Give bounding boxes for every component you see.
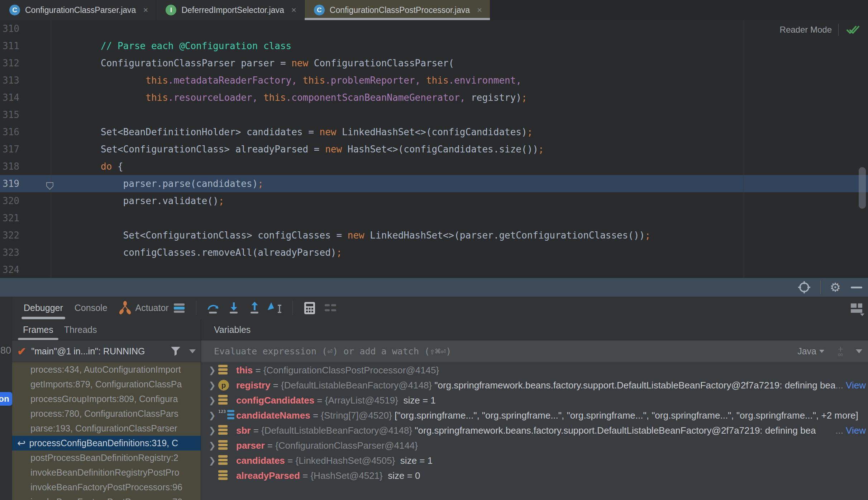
frames-subtab-frames[interactable]: Frames xyxy=(23,319,53,340)
step-out-icon[interactable] xyxy=(247,300,263,316)
code-line[interactable]: ConfigurationClassParser parser = new Co… xyxy=(0,55,868,72)
line-number[interactable]: 319 xyxy=(0,175,51,192)
variable-row-sbr[interactable]: ❯sbr = {DefaultListableBeanFactory@4148}… xyxy=(201,423,868,438)
debug-tab-label: Debugger xyxy=(24,303,63,313)
line-number[interactable]: 320 xyxy=(0,192,51,209)
frame-row[interactable]: postProcessBeanDefinitionRegistry:2 xyxy=(12,451,201,465)
debug-panel-titlebar[interactable]: ⚙ xyxy=(0,278,868,297)
add-watch-icon[interactable]: ＋∞ xyxy=(836,345,845,357)
debug-tab-actuator[interactable]: Actuator xyxy=(119,297,169,319)
code-line[interactable]: Set<BeanDefinitionHolder> candidates = n… xyxy=(0,123,868,141)
tab-close-icon[interactable]: × xyxy=(143,5,148,15)
code-line[interactable]: configClasses.removeAll(alreadyParsed); xyxy=(0,244,868,261)
variable-row-candidates[interactable]: ❯candidates = {LinkedHashSet@4505} size … xyxy=(201,453,868,468)
step-into-icon[interactable] xyxy=(226,300,242,316)
code-line[interactable] xyxy=(0,209,868,227)
frame-row[interactable]: invokeBeanFactoryPostProcessors:96 xyxy=(12,480,201,495)
fold-region-icon[interactable] xyxy=(45,181,54,190)
tab-close-icon[interactable]: × xyxy=(291,5,296,15)
code-line[interactable]: parser.validate(); xyxy=(0,192,868,209)
frame-row[interactable]: parse:193, ConfigurationClassParser xyxy=(12,421,201,436)
code-line[interactable] xyxy=(0,106,868,123)
line-number[interactable]: 323 xyxy=(0,244,51,261)
line-number[interactable]: 315 xyxy=(0,106,51,123)
variable-row-parser[interactable]: ❯parser = {ConfigurationClassParser@4144… xyxy=(201,438,868,453)
code-line[interactable] xyxy=(0,20,868,37)
code-line[interactable]: // Parse each @Configuration class xyxy=(0,37,868,55)
expand-chevron-icon[interactable]: ❯ xyxy=(206,456,218,466)
tab-close-icon[interactable]: × xyxy=(477,5,482,15)
view-options-icon[interactable] xyxy=(171,300,187,316)
code-line[interactable]: Set<ConfigurationClass> alreadyParsed = … xyxy=(0,141,868,158)
frame-row[interactable]: getImports:879, ConfigurationClassPa xyxy=(12,377,201,392)
editor-tab-0[interactable]: CConfigurationClassParser.java× xyxy=(0,0,156,20)
widget-separator xyxy=(838,24,839,36)
line-number[interactable]: 311 xyxy=(0,37,51,55)
restore-layout-icon[interactable] xyxy=(849,301,865,316)
line-number[interactable]: 313 xyxy=(0,72,51,89)
line-number[interactable]: 312 xyxy=(0,55,51,72)
code-token: parser.parse(candidates) xyxy=(101,178,258,189)
debug-tab-debugger[interactable]: Debugger xyxy=(24,297,63,319)
reader-mode-label[interactable]: Reader Mode xyxy=(780,25,832,35)
thread-dropdown-caret[interactable] xyxy=(189,349,196,353)
frame-row[interactable]: processGroupImports:809, Configura xyxy=(12,392,201,406)
variable-row-alreadyParsed[interactable]: alreadyParsed = {HashSet@4521} size = 0 xyxy=(201,468,868,483)
show-execution-point-icon[interactable] xyxy=(797,280,811,294)
run-to-cursor-icon[interactable] xyxy=(267,300,284,316)
frame-row[interactable]: process:434, AutoConfigurationImport xyxy=(12,362,201,377)
frame-row[interactable]: invokeBeanFactoryPostProcessors:70 xyxy=(12,495,201,500)
expand-chevron-icon[interactable]: ❯ xyxy=(206,410,218,420)
evaluate-expression-input[interactable]: Evaluate expression (⏎) or add a watch (… xyxy=(214,346,790,357)
code-line[interactable]: this.metadataReaderFactory, this.problem… xyxy=(0,72,868,89)
line-number[interactable]: 310 xyxy=(0,20,51,37)
evaluate-expression-icon[interactable] xyxy=(301,300,318,316)
variable-row-registry[interactable]: ❯pregistry = {DefaultListableBeanFactory… xyxy=(201,378,868,393)
variable-row-candidateNames[interactable]: ❯123candidateNames = {String[7]@4520} ["… xyxy=(201,408,868,423)
editor-scrollbar-thumb[interactable] xyxy=(859,167,866,209)
filter-frames-icon[interactable] xyxy=(170,346,181,357)
frame-row-selected[interactable]: ↩processConfigBeanDefinitions:319, C xyxy=(12,436,201,451)
layout-settings-icon[interactable] xyxy=(322,300,339,316)
inspections-ok-icon[interactable] xyxy=(845,24,859,36)
line-number[interactable]: 314 xyxy=(0,89,51,106)
line-number[interactable]: 322 xyxy=(0,227,51,244)
code-line[interactable]: Set<ConfigurationClass> configClasses = … xyxy=(0,227,868,244)
code-line[interactable]: this.resourceLoader, this.componentScanB… xyxy=(0,89,868,106)
expand-chevron-icon[interactable]: ❯ xyxy=(206,380,218,390)
frame-row[interactable]: process:780, ConfigurationClassPars xyxy=(12,406,201,421)
evaluate-expression-row[interactable]: Evaluate expression (⏎) or add a watch (… xyxy=(201,340,868,362)
expand-chevron-icon[interactable]: ❯ xyxy=(206,395,218,405)
expand-watches-caret[interactable] xyxy=(856,349,862,353)
variable-row-configCandidates[interactable]: ❯configCandidates = {ArrayList@4519} siz… xyxy=(201,393,868,408)
step-over-icon[interactable] xyxy=(205,300,221,316)
expand-chevron-icon[interactable]: ❯ xyxy=(206,425,218,435)
code-line[interactable]: do { xyxy=(0,158,868,175)
frames-subtab-threads[interactable]: Threads xyxy=(64,319,97,340)
variable-row-this[interactable]: ❯this = {ConfigurationClassPostProcessor… xyxy=(201,363,868,378)
tab-filename: ConfigurationClassParser.java xyxy=(25,5,136,15)
editor-tab-2[interactable]: CConfigurationClassPostProcessor.java× xyxy=(305,0,490,20)
current-execution-line[interactable]: parser.parse(candidates); xyxy=(0,175,868,192)
line-number[interactable]: 321 xyxy=(0,209,51,227)
line-number[interactable]: 318 xyxy=(0,158,51,175)
frame-row[interactable]: invokeBeanDefinitionRegistryPostPro xyxy=(12,465,201,480)
toolbar-separator xyxy=(196,301,196,315)
line-number[interactable]: 317 xyxy=(0,141,51,158)
settings-gear-icon[interactable]: ⚙ xyxy=(830,281,841,293)
editor-gutter[interactable]: 3103113123133143153163173183193203213223… xyxy=(0,20,51,278)
language-selector[interactable]: Java xyxy=(797,346,825,357)
line-number[interactable]: 324 xyxy=(0,261,51,278)
expand-chevron-icon[interactable]: ❯ xyxy=(206,365,218,375)
minimize-icon[interactable] xyxy=(850,286,863,289)
code-editor[interactable]: // Parse each @Configuration classConfig… xyxy=(0,20,868,278)
thread-selector[interactable]: ✔ "main"@1 in...in": RUNNING xyxy=(12,340,201,362)
debug-tab-console[interactable]: Console xyxy=(75,297,108,319)
code-token: ; xyxy=(521,92,527,103)
editor-tab-1[interactable]: IDeferredImportSelector.java× xyxy=(156,0,304,20)
view-link[interactable]: ... View xyxy=(835,425,868,436)
view-link[interactable]: ... View xyxy=(835,380,868,391)
line-number[interactable]: 316 xyxy=(0,123,51,141)
expand-chevron-icon[interactable]: ❯ xyxy=(206,440,218,451)
code-line[interactable] xyxy=(0,261,868,278)
